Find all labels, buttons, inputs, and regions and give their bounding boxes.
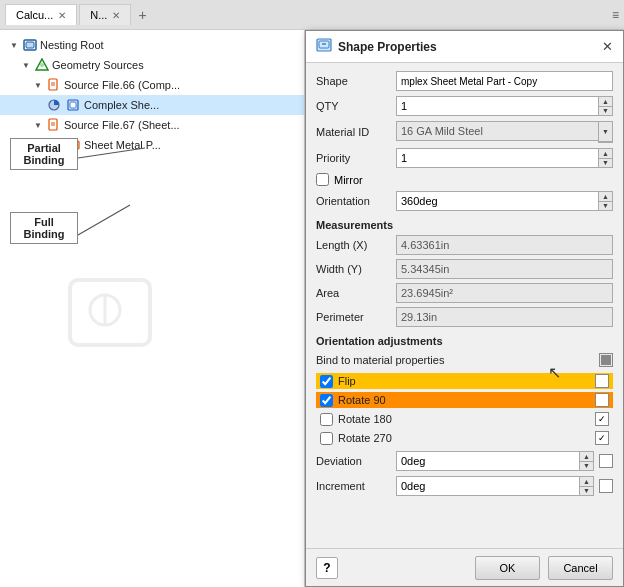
shape-input[interactable] bbox=[396, 71, 613, 91]
increment-input[interactable] bbox=[396, 476, 579, 496]
help-button[interactable]: ? bbox=[316, 557, 338, 579]
deviation-row: Deviation ▲ ▼ bbox=[316, 451, 613, 471]
callout-full-binding: FullBinding bbox=[10, 212, 78, 244]
expand-arrow: ▼ bbox=[8, 39, 20, 51]
increment-spinbox: ▲ ▼ bbox=[396, 476, 594, 496]
mirror-checkbox[interactable] bbox=[316, 173, 329, 186]
expand-arrow-s66: ▼ bbox=[32, 79, 44, 91]
qty-spin-up[interactable]: ▲ bbox=[599, 97, 612, 107]
watermark bbox=[50, 270, 170, 350]
sheet-metal-label: Sheet Metal P... bbox=[84, 139, 161, 151]
cursor: ↖ bbox=[548, 363, 561, 382]
cancel-button[interactable]: Cancel bbox=[548, 556, 613, 580]
rotate270-row: Rotate 270 ✓ bbox=[316, 430, 613, 446]
tab-n-close[interactable]: ✕ bbox=[112, 10, 120, 21]
priority-spinbox: ▲ ▼ bbox=[396, 148, 613, 168]
material-id-dropdown-btn[interactable]: ▼ bbox=[599, 122, 612, 142]
tree-item-source-67[interactable]: ▼ Source File.67 (Sheet... bbox=[0, 115, 304, 135]
tab-calcu-close[interactable]: ✕ bbox=[58, 10, 66, 21]
increment-spin-up[interactable]: ▲ bbox=[580, 477, 593, 487]
increment-check[interactable] bbox=[599, 479, 613, 493]
priority-label: Priority bbox=[316, 152, 396, 164]
increment-label: Increment bbox=[316, 480, 396, 492]
width-row: Width (Y) 5.34345in bbox=[316, 259, 613, 279]
qty-input[interactable] bbox=[396, 96, 598, 116]
rotate180-label: Rotate 180 bbox=[338, 413, 595, 425]
orientation-spin: ▲ ▼ bbox=[598, 191, 613, 211]
deviation-spin-up[interactable]: ▲ bbox=[580, 452, 593, 462]
dialog-title-text: Shape Properties bbox=[338, 40, 437, 54]
left-panel: ▼ Nesting Root ▼ Geome bbox=[0, 30, 305, 587]
nesting-icon bbox=[22, 37, 38, 53]
priority-spin-buttons: ▲ ▼ bbox=[598, 148, 613, 168]
qty-spin-down[interactable]: ▼ bbox=[599, 107, 612, 116]
increment-spin-down[interactable]: ▼ bbox=[580, 487, 593, 496]
material-id-row: Material ID ▼ bbox=[316, 121, 613, 143]
qty-row: QTY ▲ ▼ bbox=[316, 96, 613, 116]
tab-calcu-label: Calcu... bbox=[16, 9, 53, 21]
menu-button[interactable]: ≡ bbox=[612, 8, 619, 22]
rotate270-right-check[interactable]: ✓ bbox=[595, 431, 609, 445]
rotate90-row: Rotate 90 bbox=[316, 392, 613, 408]
svg-rect-18 bbox=[70, 280, 150, 345]
material-id-label: Material ID bbox=[316, 126, 396, 138]
priority-row: Priority ▲ ▼ bbox=[316, 148, 613, 168]
add-tab-button[interactable]: + bbox=[133, 5, 151, 25]
shape-label: Shape bbox=[316, 75, 396, 87]
tree-item-geometry-sources[interactable]: ▼ Geometry Sources bbox=[0, 55, 304, 75]
shape-row: Shape bbox=[316, 71, 613, 91]
bind-to-material-checkbox[interactable] bbox=[599, 353, 613, 367]
rotate180-checkbox[interactable] bbox=[320, 413, 333, 426]
partial-binding-icon bbox=[46, 97, 62, 113]
orientation-adjustments-title: Orientation adjustments bbox=[316, 335, 613, 347]
svg-point-3 bbox=[40, 63, 44, 67]
orientation-spin-down[interactable]: ▼ bbox=[599, 202, 612, 211]
length-value: 4.63361in bbox=[396, 235, 613, 255]
expand-arrow-s67: ▼ bbox=[32, 119, 44, 131]
callout-partial-binding: PartialBinding bbox=[10, 138, 78, 170]
deviation-label: Deviation bbox=[316, 455, 396, 467]
app-window: Calcu... ✕ N... ✕ + ≡ ▼ Nesting Root bbox=[0, 0, 624, 587]
full-binding-label: FullBinding bbox=[10, 212, 78, 244]
tree-item-complex-she[interactable]: Complex She... bbox=[0, 95, 304, 115]
priority-input[interactable] bbox=[396, 148, 598, 168]
area-value: 23.6945in² bbox=[396, 283, 613, 303]
tab-calcu[interactable]: Calcu... ✕ bbox=[5, 4, 77, 25]
svg-rect-1 bbox=[26, 42, 34, 48]
rotate90-label: Rotate 90 bbox=[338, 394, 595, 406]
deviation-input[interactable] bbox=[396, 451, 579, 471]
deviation-check[interactable] bbox=[599, 454, 613, 468]
title-bar: Calcu... ✕ N... ✕ + ≡ bbox=[0, 0, 624, 30]
expand-arrow-geo: ▼ bbox=[20, 59, 32, 71]
tree-item-source-66[interactable]: ▼ Source File.66 (Comp... bbox=[0, 75, 304, 95]
rotate90-checkbox[interactable] bbox=[320, 394, 333, 407]
flip-checkbox[interactable] bbox=[320, 375, 333, 388]
priority-spin-down[interactable]: ▼ bbox=[599, 159, 612, 168]
priority-spin-up[interactable]: ▲ bbox=[599, 149, 612, 159]
rotate90-right-check[interactable] bbox=[595, 393, 609, 407]
rotate180-right-check[interactable]: ✓ bbox=[595, 412, 609, 426]
orientation-input[interactable] bbox=[396, 191, 598, 211]
dialog-close-button[interactable]: ✕ bbox=[602, 40, 613, 53]
material-id-input bbox=[396, 121, 598, 141]
rotate270-label: Rotate 270 bbox=[338, 432, 595, 444]
svg-rect-24 bbox=[601, 355, 611, 365]
partial-binding-label: PartialBinding bbox=[10, 138, 78, 170]
deviation-spin-down[interactable]: ▼ bbox=[580, 462, 593, 471]
dialog-body: Shape QTY ▲ ▼ Material ID bbox=[306, 63, 623, 548]
rotate270-checkbox[interactable] bbox=[320, 432, 333, 445]
width-value: 5.34345in bbox=[396, 259, 613, 279]
svg-rect-9 bbox=[70, 102, 76, 108]
qty-spin-buttons: ▲ ▼ bbox=[598, 96, 613, 116]
orientation-row: Orientation ▲ ▼ bbox=[316, 191, 613, 211]
orientation-spin-up[interactable]: ▲ bbox=[599, 192, 612, 202]
area-row: Area 23.6945in² bbox=[316, 283, 613, 303]
ok-button[interactable]: OK bbox=[475, 556, 540, 580]
perimeter-label: Perimeter bbox=[316, 311, 396, 323]
increment-row: Increment ▲ ▼ bbox=[316, 476, 613, 496]
tree-item-nesting-root[interactable]: ▼ Nesting Root bbox=[0, 35, 304, 55]
tab-n[interactable]: N... ✕ bbox=[79, 4, 131, 25]
orientation-adjustments-section: Orientation adjustments Bind to material… bbox=[316, 335, 613, 496]
source-file-icon bbox=[46, 77, 62, 93]
flip-right-check[interactable] bbox=[595, 374, 609, 388]
